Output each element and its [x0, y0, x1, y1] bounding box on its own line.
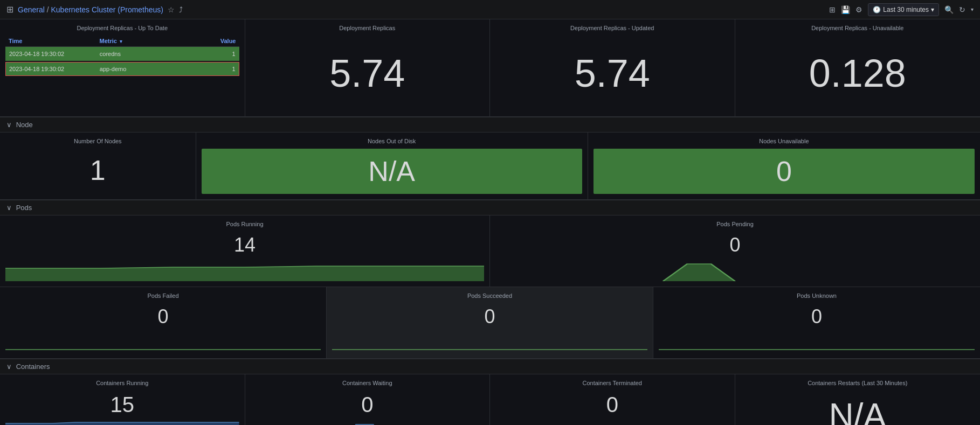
- containers-chevron-icon: ∨: [6, 363, 12, 371]
- deployment-unavailable-panel: Deployment Replicas - Unavailable 0.128: [735, 19, 981, 116]
- containers-terminated-chart: [495, 419, 729, 425]
- grid-icon: ⊞: [6, 4, 13, 15]
- pods-pending-chart: [495, 259, 975, 281]
- pods-section-header[interactable]: ∨ Pods: [0, 200, 980, 215]
- row-metric: app-demo: [100, 66, 190, 72]
- header-left: ⊞ General / Kubernetes Cluster (Promethe…: [6, 4, 183, 15]
- pods-running-chart: [5, 259, 484, 281]
- nodes-unavailable-bg: 0: [593, 149, 975, 194]
- node-section-header[interactable]: ∨ Node: [0, 117, 980, 133]
- add-panel-icon[interactable]: ⊞: [829, 5, 836, 14]
- nodes-unavailable-value: 0: [776, 155, 792, 187]
- pods-unknown-chart: [659, 330, 975, 353]
- breadcrumb-title: Kubernetes Cluster (Prometheus): [51, 5, 163, 14]
- containers-section-header[interactable]: ∨ Containers: [0, 359, 980, 374]
- containers-terminated-value: 0: [495, 391, 729, 417]
- pods-section-label: Pods: [16, 204, 32, 212]
- pods-pending-value: 0: [495, 232, 975, 256]
- pods-succeeded-panel: Pods Succeeded 0: [327, 287, 653, 358]
- number-of-nodes-title: Number Of Nodes: [5, 138, 190, 144]
- col-value: Value: [190, 38, 236, 44]
- containers-running-title: Containers Running: [5, 380, 239, 386]
- containers-waiting-panel: Containers Waiting 0: [245, 374, 491, 425]
- number-of-nodes-panel: Number Of Nodes 1: [0, 133, 196, 199]
- star-icon[interactable]: ☆: [168, 5, 175, 14]
- pods-unknown-panel: Pods Unknown 0: [653, 287, 980, 358]
- nodes-out-of-disk-bg: N/A: [202, 149, 582, 194]
- time-range-label: Last 30 minutes: [883, 6, 929, 13]
- pods-running-title: Pods Running: [5, 221, 484, 227]
- deployment-updated-title: Deployment Replicas - Updated: [495, 25, 729, 31]
- nodes-out-of-disk-value: N/A: [368, 155, 415, 187]
- pods-failed-panel: Pods Failed 0: [0, 287, 327, 358]
- pods-failed-value: 0: [5, 303, 321, 328]
- breadcrumb: General / Kubernetes Cluster (Prometheus…: [18, 5, 163, 14]
- pods-failed-chart: [5, 330, 321, 353]
- pods-pending-panel: Pods Pending 0: [490, 215, 980, 287]
- node-chevron-icon: ∨: [6, 121, 12, 129]
- containers-waiting-chart: [251, 419, 485, 425]
- containers-waiting-title: Containers Waiting: [251, 380, 485, 386]
- pods-pending-title: Pods Pending: [495, 221, 975, 227]
- containers-waiting-value: 0: [251, 391, 485, 417]
- table-row: 2023-04-18 19:30:02 app-demo 1: [5, 62, 239, 76]
- pods-unknown-value: 0: [659, 303, 975, 328]
- deployment-unavailable-title: Deployment Replicas - Unavailable: [741, 25, 975, 31]
- row-time: 2023-04-18 19:30:02: [9, 66, 100, 72]
- containers-row: Containers Running 15 Containers Waiting…: [0, 374, 980, 425]
- containers-terminated-title: Containers Terminated: [495, 380, 729, 386]
- deployment-unavailable-value: 0.128: [741, 36, 975, 111]
- pods-succeeded-title: Pods Succeeded: [332, 292, 647, 299]
- nodes-unavailable-panel: Nodes Unavailable 0: [588, 133, 980, 199]
- nodes-out-of-disk-panel: Nodes Out of Disk N/A: [196, 133, 588, 199]
- deployment-updated-panel: Deployment Replicas - Updated 5.74: [490, 19, 735, 116]
- table-row: 2023-04-18 19:30:02 coredns 1: [5, 47, 239, 61]
- pods-row-2: Pods Failed 0 Pods Succeeded 0 Pods Unkn…: [0, 287, 980, 359]
- zoom-icon[interactable]: 🔍: [944, 5, 954, 14]
- breadcrumb-general[interactable]: General: [18, 5, 45, 14]
- table-header: Time Metric ▾ Value: [5, 36, 239, 47]
- pods-failed-title: Pods Failed: [5, 292, 321, 299]
- metric-chevron-icon[interactable]: ▾: [120, 39, 122, 44]
- number-of-nodes-value: 1: [5, 149, 190, 192]
- row-metric: coredns: [100, 51, 190, 57]
- containers-running-value: 15: [5, 391, 239, 417]
- header: ⊞ General / Kubernetes Cluster (Promethe…: [0, 0, 980, 19]
- deployment-replicas-title: Deployment Replicas: [251, 25, 485, 31]
- pods-running-panel: Pods Running 14: [0, 215, 490, 287]
- deployment-replicas-value: 5.74: [251, 36, 485, 111]
- refresh-icon[interactable]: ↻: [959, 5, 965, 14]
- pods-chevron-icon: ∨: [6, 204, 12, 212]
- containers-restarts-value: N/A: [741, 391, 975, 425]
- col-time: Time: [9, 38, 100, 44]
- time-range-button[interactable]: 🕐 Last 30 minutes ▾: [868, 3, 939, 16]
- deployment-updated-value: 5.74: [495, 36, 729, 111]
- pods-succeeded-value: 0: [332, 303, 647, 328]
- containers-terminated-panel: Containers Terminated 0: [490, 374, 735, 425]
- containers-restarts-panel: Containers Restarts (Last 30 Minutes) N/…: [735, 374, 981, 425]
- chevron-down-icon: ▾: [931, 6, 934, 13]
- share-icon[interactable]: ⤴: [179, 5, 183, 14]
- row-time: 2023-04-18 19:30:02: [9, 51, 100, 57]
- pods-row-1: Pods Running 14 Pods Pending 0: [0, 215, 980, 287]
- nodes-unavailable-title: Nodes Unavailable: [593, 138, 975, 144]
- deployment-table-panel: Deployment Replicas - Up To Date Time Me…: [0, 19, 245, 116]
- row-value: 1: [190, 51, 236, 57]
- deployment-row: Deployment Replicas - Up To Date Time Me…: [0, 19, 980, 117]
- main-content: Deployment Replicas - Up To Date Time Me…: [0, 19, 980, 425]
- settings-icon[interactable]: ⚙: [855, 5, 862, 14]
- containers-running-chart: [5, 419, 239, 425]
- refresh-chevron-icon[interactable]: ▾: [971, 6, 974, 12]
- node-section-label: Node: [16, 121, 33, 129]
- deployment-replicas-panel: Deployment Replicas 5.74: [245, 19, 491, 116]
- deployment-table-title: Deployment Replicas - Up To Date: [5, 25, 239, 31]
- pods-unknown-title: Pods Unknown: [659, 292, 975, 299]
- col-metric: Metric ▾: [100, 38, 191, 44]
- nodes-out-of-disk-title: Nodes Out of Disk: [202, 138, 582, 144]
- save-icon[interactable]: 💾: [841, 5, 850, 14]
- node-row: Number Of Nodes 1 Nodes Out of Disk N/A …: [0, 133, 980, 200]
- pods-running-value: 14: [5, 232, 484, 256]
- header-right: ⊞ 💾 ⚙ 🕐 Last 30 minutes ▾ 🔍 ↻ ▾: [829, 3, 974, 16]
- row-value: 1: [190, 66, 236, 72]
- clock-icon: 🕐: [873, 6, 881, 13]
